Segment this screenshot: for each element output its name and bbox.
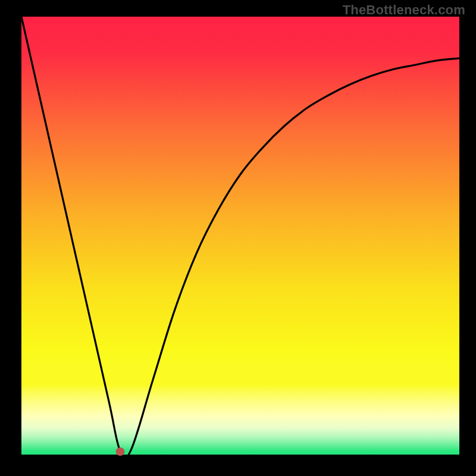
bottleneck-curve xyxy=(21,17,459,455)
marker-dot xyxy=(115,447,124,456)
chart-frame: TheBottleneck.com xyxy=(0,0,476,476)
curve-path xyxy=(21,17,459,455)
plot-area xyxy=(21,17,459,455)
watermark-text: TheBottleneck.com xyxy=(343,2,465,18)
